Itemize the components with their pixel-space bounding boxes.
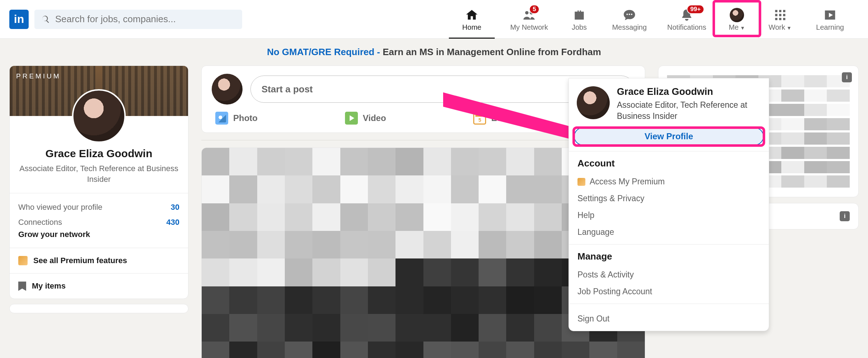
notifications-badge: 99+	[687, 5, 704, 14]
search-icon	[41, 15, 50, 24]
profile-headline: Associate Editor, Tech Reference at Busi…	[17, 163, 181, 184]
main-nav: Home 5 My Network Jobs Messaging 99+ Not…	[443, 0, 859, 38]
left-card-peek	[9, 304, 188, 313]
dropdown-avatar[interactable]	[577, 86, 610, 119]
page-body: No GMAT/GRE Required - Earn an MS in Man…	[0, 39, 868, 358]
account-heading: Account	[577, 158, 760, 169]
view-profile-button[interactable]: View Profile	[574, 127, 764, 145]
nav-work-label: Work▼	[768, 23, 791, 32]
stat-connections[interactable]: Connections 430	[18, 215, 179, 230]
chat-icon	[623, 8, 636, 22]
ad-lead: No GMAT/GRE Required -	[267, 47, 383, 57]
dropdown-name: Grace Eliza Goodwin	[617, 86, 761, 97]
account-premium-label: Access My Premium	[590, 177, 665, 187]
profile-card: PREMIUM Grace Eliza Goodwin Associate Ed…	[9, 66, 188, 299]
nav-me-label: Me▼	[729, 23, 745, 32]
nav-network-label: My Network	[510, 23, 548, 32]
nav-work[interactable]: Work▼	[758, 0, 801, 38]
grow-network[interactable]: Grow your network	[18, 230, 179, 241]
post-event-label: Event	[491, 113, 514, 123]
sign-out[interactable]: Sign Out	[577, 310, 760, 327]
event-icon	[473, 112, 486, 125]
search-input[interactable]	[55, 14, 236, 25]
account-help[interactable]: Help	[577, 207, 760, 224]
account-premium[interactable]: Access My Premium	[577, 173, 760, 190]
profile-name[interactable]: Grace Eliza Goodwin	[17, 147, 181, 160]
nav-learning[interactable]: Learning	[801, 0, 859, 38]
linkedin-logo[interactable]: in	[9, 10, 29, 29]
stat-label: Who viewed your profile	[18, 203, 102, 212]
stat-label: Connections	[18, 218, 62, 227]
manage-heading: Manage	[577, 251, 760, 262]
search-box[interactable]	[34, 10, 242, 29]
chevron-down-icon: ▼	[740, 25, 745, 31]
premium-icon	[577, 178, 585, 186]
dropdown-header: Grace Eliza Goodwin Associate Editor, Te…	[569, 78, 769, 125]
play-square-icon	[823, 8, 837, 22]
profile-avatar[interactable]	[72, 89, 126, 143]
nav-me[interactable]: Me▼	[715, 0, 758, 38]
post-avatar[interactable]	[212, 74, 243, 105]
avatar-icon	[730, 8, 744, 22]
left-column: PREMIUM Grace Eliza Goodwin Associate Ed…	[9, 66, 188, 318]
premium-link[interactable]: See all Premium features	[10, 248, 188, 273]
info-icon[interactable]: i	[840, 211, 850, 221]
nav-jobs[interactable]: Jobs	[558, 0, 601, 38]
premium-link-label: See all Premium features	[33, 256, 127, 265]
nav-home-label: Home	[462, 23, 481, 32]
video-icon	[345, 112, 358, 125]
account-settings[interactable]: Settings & Privacy	[577, 190, 760, 207]
ad-banner[interactable]: No GMAT/GRE Required - Earn an MS in Man…	[0, 39, 868, 66]
photo-icon	[215, 112, 228, 125]
view-profile-wrap: View Profile	[569, 125, 769, 151]
my-items-label: My items	[32, 281, 66, 291]
home-icon	[465, 8, 479, 22]
nav-notifications-label: Notifications	[667, 23, 706, 32]
dropdown-manage-section: Manage Posts & Activity Job Posting Acco…	[569, 244, 769, 304]
stat-who-viewed[interactable]: Who viewed your profile 30	[18, 200, 179, 215]
nav-network[interactable]: 5 My Network	[500, 0, 558, 38]
nav-messaging-label: Messaging	[612, 23, 647, 32]
grid-icon	[773, 8, 787, 22]
post-video-label: Video	[363, 113, 386, 123]
account-language[interactable]: Language	[577, 224, 760, 241]
nav-messaging[interactable]: Messaging	[601, 0, 658, 38]
me-dropdown: Grace Eliza Goodwin Associate Editor, Te…	[569, 78, 769, 331]
dropdown-account-section: Account Access My Premium Settings & Pri…	[569, 151, 769, 244]
nav-home[interactable]: Home	[443, 0, 500, 38]
stat-value: 30	[171, 203, 179, 212]
post-video[interactable]: Video	[345, 112, 386, 125]
network-badge: 5	[529, 5, 539, 14]
ad-rest: Earn an MS in Management Online from For…	[383, 47, 601, 57]
post-event[interactable]: Event	[473, 112, 514, 125]
post-photo[interactable]: Photo	[215, 112, 258, 125]
nav-jobs-label: Jobs	[572, 23, 587, 32]
manage-job-posting[interactable]: Job Posting Account	[577, 283, 760, 300]
dropdown-signout-section: Sign Out	[569, 304, 769, 331]
nav-learning-label: Learning	[816, 23, 844, 32]
my-items-link[interactable]: My items	[10, 273, 188, 299]
chevron-down-icon: ▼	[787, 25, 792, 31]
info-icon[interactable]: i	[842, 72, 852, 82]
profile-hero: PREMIUM	[10, 66, 188, 116]
premium-icon	[18, 256, 28, 265]
briefcase-icon	[572, 8, 586, 22]
nav-notifications[interactable]: 99+ Notifications	[658, 0, 715, 38]
manage-posts[interactable]: Posts & Activity	[577, 266, 760, 283]
profile-stats: Who viewed your profile 30 Connections 4…	[10, 193, 188, 248]
bookmark-icon	[18, 281, 26, 291]
premium-tag: PREMIUM	[16, 72, 61, 80]
dropdown-headline: Associate Editor, Tech Reference at Busi…	[617, 100, 761, 122]
post-photo-label: Photo	[233, 113, 258, 123]
global-header: in Home 5 My Network Jobs Messaging	[0, 0, 868, 39]
stat-value: 430	[166, 218, 179, 227]
